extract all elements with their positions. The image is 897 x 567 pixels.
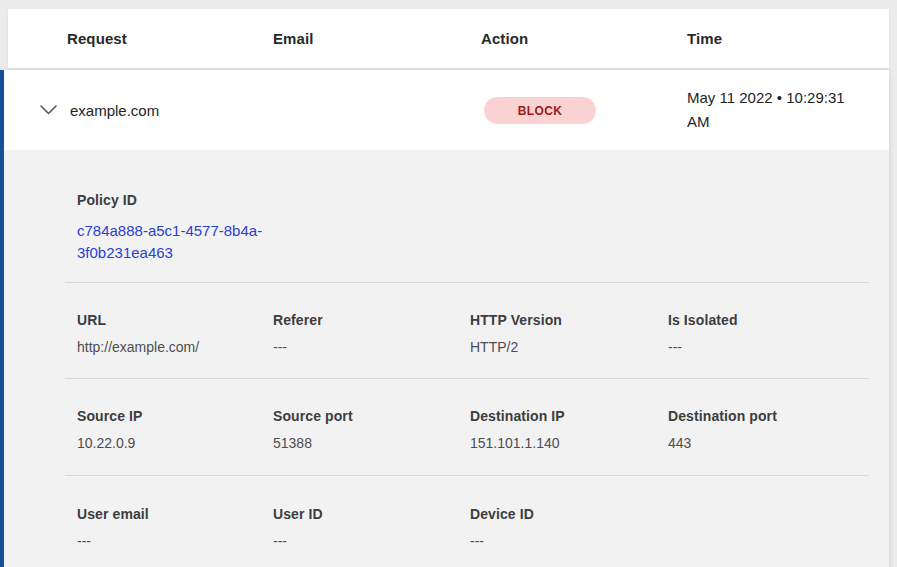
field-referer-label: Referer — [273, 312, 470, 328]
log-row[interactable]: example.com BLOCK May 11 2022 • 10:29:31… — [0, 70, 889, 150]
field-user-email-value: --- — [77, 533, 273, 549]
divider — [65, 378, 869, 379]
column-header-request: Request — [67, 9, 127, 68]
column-header-time: Time — [687, 9, 722, 68]
row-details-panel: Policy ID c784a888-a5c1-4577-8b4a-3f0b23… — [0, 150, 889, 567]
field-is-isolated-value: --- — [668, 339, 867, 355]
field-user-email: User email --- — [77, 506, 273, 549]
column-header-email: Email — [273, 9, 314, 68]
field-is-isolated-label: Is Isolated — [668, 312, 867, 328]
field-http-version: HTTP Version HTTP/2 — [470, 312, 668, 355]
field-destination-port: Destination port 443 — [668, 408, 867, 451]
gateway-logs-view: Request Email Action Time example.com BL… — [0, 0, 897, 567]
field-device-id-value: --- — [470, 533, 668, 549]
field-user-id: User ID --- — [273, 506, 470, 549]
field-referer: Referer --- — [273, 312, 470, 355]
table-header: Request Email Action Time — [8, 9, 889, 68]
field-user-email-label: User email — [77, 506, 273, 522]
field-source-port: Source port 51388 — [273, 408, 470, 451]
field-user-id-value: --- — [273, 533, 470, 549]
field-destination-port-label: Destination port — [668, 408, 867, 424]
policy-id-field: Policy ID c784a888-a5c1-4577-8b4a-3f0b23… — [77, 192, 287, 264]
field-url-value: http://example.com/ — [77, 339, 273, 355]
field-destination-ip-value: 151.101.1.140 — [470, 435, 668, 451]
field-source-ip-value: 10.22.0.9 — [77, 435, 273, 451]
policy-id-label: Policy ID — [77, 192, 287, 208]
detail-row-user: User email --- User ID --- Device ID --- — [77, 506, 867, 549]
field-source-port-value: 51388 — [273, 435, 470, 451]
column-header-action: Action — [481, 9, 528, 68]
field-is-isolated: Is Isolated --- — [668, 312, 867, 355]
field-http-version-value: HTTP/2 — [470, 339, 668, 355]
field-url-label: URL — [77, 312, 273, 328]
field-destination-ip: Destination IP 151.101.1.140 — [470, 408, 668, 451]
detail-row-http: URL http://example.com/ Referer --- HTTP… — [77, 312, 867, 355]
field-device-id-label: Device ID — [470, 506, 668, 522]
action-badge: BLOCK — [484, 97, 596, 124]
field-source-ip: Source IP 10.22.0.9 — [77, 408, 273, 451]
policy-id-link[interactable]: c784a888-a5c1-4577-8b4a-3f0b231ea463 — [77, 220, 287, 264]
field-source-ip-label: Source IP — [77, 408, 273, 424]
row-request: example.com — [70, 70, 159, 150]
detail-row-network: Source IP 10.22.0.9 Source port 51388 De… — [77, 408, 867, 451]
divider — [65, 475, 869, 476]
field-empty — [668, 506, 867, 549]
field-user-id-label: User ID — [273, 506, 470, 522]
row-accent-bar — [0, 70, 4, 567]
field-device-id: Device ID --- — [470, 506, 668, 549]
field-http-version-label: HTTP Version — [470, 312, 668, 328]
row-time: May 11 2022 • 10:29:31 AM — [687, 86, 867, 134]
divider — [65, 282, 869, 283]
log-row-expanded: example.com BLOCK May 11 2022 • 10:29:31… — [0, 70, 889, 567]
field-destination-ip-label: Destination IP — [470, 408, 668, 424]
field-destination-port-value: 443 — [668, 435, 867, 451]
field-source-port-label: Source port — [273, 408, 470, 424]
field-referer-value: --- — [273, 339, 470, 355]
chevron-down-icon[interactable] — [39, 103, 57, 117]
field-url: URL http://example.com/ — [77, 312, 273, 355]
